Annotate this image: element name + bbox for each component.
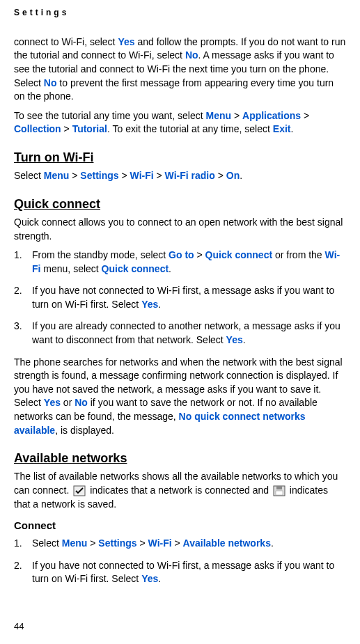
no-link: No: [185, 49, 198, 61]
text-fragment: . To exit the tutorial at any time, sele…: [107, 123, 273, 134]
no-link: No: [44, 77, 57, 88]
separator: >: [231, 110, 242, 121]
intro-paragraph-1: connect to Wi-Fi, select Yes and follow …: [14, 36, 346, 104]
menu-link: Menu: [44, 170, 70, 181]
quick-connect-steps: From the standby mode, select Go to > Qu…: [14, 249, 346, 347]
svg-rect-3: [276, 491, 283, 495]
page-header: Settings: [14, 7, 346, 19]
separator: >: [137, 537, 148, 549]
separator: >: [61, 123, 72, 134]
yes-link: Yes: [44, 397, 61, 408]
no-link: No: [75, 397, 88, 408]
text-fragment: .: [290, 123, 293, 134]
text-fragment: If you have not connected to Wi-Fi first…: [32, 560, 334, 585]
separator: >: [119, 170, 130, 181]
text-fragment: or from the: [272, 249, 324, 260]
available-networks-intro: The list of available networks shows all…: [14, 470, 346, 511]
turn-on-wifi-heading: Turn on Wi-Fi: [14, 149, 346, 166]
separator: >: [154, 170, 165, 181]
text-fragment: connect to Wi-Fi, select: [14, 36, 118, 47]
text-fragment: From the standby mode, select: [32, 249, 169, 260]
quick-connect-intro: Quick connect allows you to connect to a…: [14, 216, 346, 243]
connect-steps: Select Menu > Settings > Wi-Fi > Availab…: [14, 537, 346, 586]
applications-link: Applications: [242, 110, 301, 121]
list-item: If you have not connected to Wi-Fi first…: [14, 284, 346, 311]
text-fragment: Select: [32, 537, 62, 549]
text-fragment: indicates that a network is connected an…: [87, 485, 272, 496]
list-item: If you are already connected to another …: [14, 320, 346, 347]
yes-link: Yes: [141, 299, 158, 310]
tutorial-link: Tutorial: [72, 123, 107, 134]
menu-link: Menu: [62, 537, 88, 549]
on-link: On: [226, 170, 240, 181]
text-fragment: To see the tutorial any time you want, s…: [14, 110, 205, 121]
quick-connect-heading: Quick connect: [14, 196, 346, 213]
separator: >: [301, 110, 309, 121]
wifi-link: Wi-Fi: [130, 170, 154, 181]
text-fragment: .: [271, 537, 274, 549]
saved-disk-icon: [273, 485, 285, 496]
turn-on-wifi-instruction: Select Menu > Settings > Wi-Fi > Wi-Fi r…: [14, 169, 346, 183]
available-networks-heading: Available networks: [14, 450, 346, 467]
text-fragment: .: [169, 263, 171, 274]
text-fragment: to prevent the first message from appear…: [14, 77, 334, 102]
separator: >: [215, 170, 226, 181]
text-fragment: .: [243, 334, 246, 345]
separator: >: [69, 170, 80, 181]
wifi-radio-link: Wi-Fi radio: [165, 170, 215, 181]
available-networks-link: Available networks: [183, 537, 271, 549]
separator: >: [194, 249, 205, 260]
page-number: 44: [14, 620, 24, 633]
intro-paragraph-2: To see the tutorial any time you want, s…: [14, 109, 346, 136]
menu-link: Menu: [205, 110, 231, 121]
svg-rect-2: [276, 486, 282, 489]
wifi-link: Wi-Fi: [148, 537, 172, 549]
settings-link: Settings: [80, 170, 118, 181]
quick-connect-link: Quick connect: [102, 263, 169, 274]
text-fragment: If you have not connected to Wi-Fi first…: [32, 285, 334, 310]
yes-link: Yes: [118, 36, 134, 47]
goto-link: Go to: [169, 249, 194, 260]
text-fragment: .: [240, 170, 242, 181]
list-item: If you have not connected to Wi-Fi first…: [14, 559, 346, 586]
text-fragment: .: [158, 573, 161, 584]
yes-link: Yes: [141, 573, 158, 584]
separator: >: [172, 537, 183, 549]
text-fragment: or: [61, 397, 75, 408]
list-item: Select Menu > Settings > Wi-Fi > Availab…: [14, 537, 346, 551]
text-fragment: Select: [14, 170, 44, 181]
yes-link: Yes: [226, 334, 243, 345]
connected-checkbox-icon: [73, 485, 86, 496]
text-fragment: menu, select: [40, 263, 101, 274]
exit-link: Exit: [273, 123, 291, 134]
settings-link: Settings: [98, 537, 136, 549]
quick-connect-post-paragraph: The phone searches for networks and when…: [14, 356, 346, 438]
collection-link: Collection: [14, 123, 61, 134]
list-item: From the standby mode, select Go to > Qu…: [14, 249, 346, 276]
text-fragment: If you are already connected to another …: [32, 320, 341, 345]
text-fragment: .: [158, 299, 161, 310]
connect-sub-heading: Connect: [14, 518, 346, 533]
text-fragment: , is displayed.: [55, 425, 114, 436]
quick-connect-link: Quick connect: [205, 249, 272, 260]
separator: >: [87, 537, 98, 549]
